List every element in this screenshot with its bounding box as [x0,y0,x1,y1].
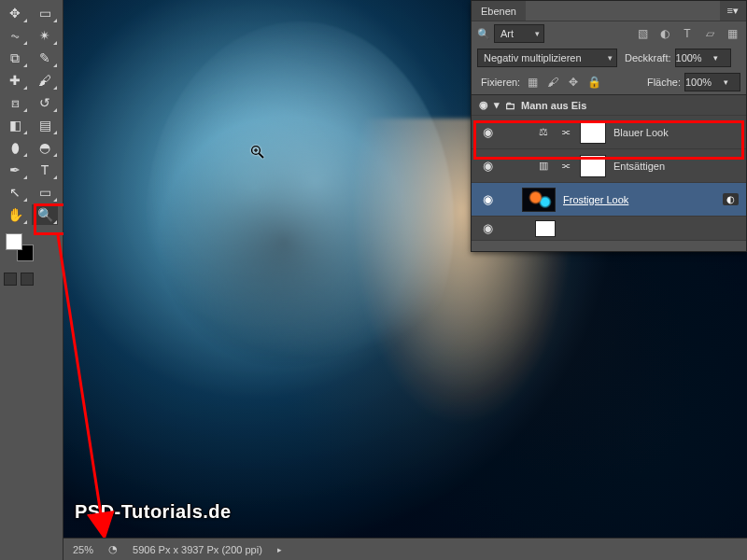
tool-zoom[interactable]: 🔍 [32,204,58,225]
color-swatches[interactable] [6,233,34,261]
layer-row-hidden[interactable]: ◉ [472,217,746,241]
layer-name[interactable]: Frostiger Look [563,194,715,205]
tool-wand[interactable]: ✴ [32,25,58,46]
opacity-label: Deckkraft: [625,52,671,63]
layer-row-blauer-look[interactable]: ◉ ⚖ ⫘ Blauer Look [472,116,746,149]
adjustment-color-balance-icon: ⚖ [535,124,552,141]
filter-type-icon[interactable]: 🔍 [477,28,490,40]
tool-lasso[interactable]: ⏦ [2,25,28,46]
layer-thumbnail[interactable] [522,188,556,212]
layer-mask-thumbnail[interactable] [535,220,556,237]
filter-type-layer-icon[interactable]: T [679,25,696,42]
visibility-toggle[interactable]: ◉ [479,99,488,111]
tool-stamp[interactable]: ⧈ [2,92,28,113]
tool-eraser[interactable]: ◧ [2,115,28,135]
tool-eyedrop[interactable]: ✎ [32,48,58,68]
layer-name[interactable]: Entsättigen [613,161,739,172]
folder-icon: 🗀 [505,100,515,111]
tool-pen[interactable]: ✒ [2,160,28,180]
fill-label: Fläche: [647,77,681,88]
visibility-toggle[interactable]: ◉ [479,221,496,235]
blend-mode-select[interactable]: Negativ multiplizieren ▾ [477,49,617,67]
tool-hand[interactable]: ✋ [2,204,28,225]
lock-transparency-icon[interactable]: ▦ [524,74,541,91]
zoom-cursor-icon [250,145,265,160]
layer-name[interactable]: Blauer Look [613,127,739,138]
panel-menu-icon[interactable]: ≡▾ [720,1,746,21]
tools-panel: ✥▭⏦✴⧉✎✚🖌⧈↺◧▤⬮◓✒T↖▭✋🔍 [0,0,63,560]
smart-filter-indicator-icon[interactable]: ◐ [723,193,739,205]
adjustment-hue-sat-icon: ▥ [535,158,552,175]
lock-label: Fixieren: [481,77,520,88]
group-name: Mann aus Eis [521,100,586,111]
layer-group-header[interactable]: ◉ ▾ 🗀 Mann aus Eis [472,95,746,116]
opacity-input[interactable]: 100% ▾ [675,49,731,67]
visibility-toggle[interactable]: ◉ [479,159,496,173]
foreground-color-swatch[interactable] [6,233,22,250]
zoom-level[interactable]: 25% [73,544,93,555]
tool-heal[interactable]: ✚ [2,70,28,91]
tool-history[interactable]: ↺ [32,92,58,113]
screenmode-toggle[interactable] [21,273,34,286]
tool-dodge[interactable]: ◓ [32,137,58,158]
watermark: PSD-Tutorials.de [75,501,232,523]
mask-link-icon[interactable]: ⫘ [559,127,572,137]
filter-type-select[interactable]: Art ▾ [494,24,544,43]
lock-pixels-icon[interactable]: 🖌 [544,74,561,91]
filter-shape-icon[interactable]: ▱ [701,25,718,42]
layer-mask-thumbnail[interactable] [580,121,606,144]
status-bar: 25% ◔ 5906 Px x 3937 Px (200 ppi) ▸ [63,538,747,560]
status-icon: ◔ [108,543,118,555]
filter-smart-icon[interactable]: ▦ [724,25,740,42]
quickmask-toggle[interactable] [4,273,17,286]
document-info: 5906 Px x 3937 Px (200 ppi) [133,544,262,555]
layer-mask-thumbnail[interactable] [580,155,606,177]
layer-row-entsattigen[interactable]: ◉ ▥ ⫘ Entsättigen [472,149,746,183]
filter-pixel-icon[interactable]: ▧ [634,25,651,42]
tool-marquee[interactable]: ▭ [32,3,58,23]
tool-move[interactable]: ✥ [2,3,28,23]
fill-input[interactable]: 100% ▾ [684,73,740,91]
tool-type[interactable]: T [32,160,58,180]
mask-link-icon[interactable]: ⫘ [559,161,572,171]
layer-list: ◉ ▾ 🗀 Mann aus Eis ◉ ⚖ ⫘ Blauer Look ◉ ▥… [472,94,746,241]
visibility-toggle[interactable]: ◉ [479,192,496,206]
tool-gradient[interactable]: ▤ [32,115,58,135]
visibility-toggle[interactable]: ◉ [479,125,496,139]
layers-panel: Ebenen ≡▾ 🔍 Art ▾ ▧ ◐ T ▱ ▦ Negativ mult… [471,0,747,252]
layer-row-frostiger-look[interactable]: ◉ Frostiger Look ◐ [472,183,746,217]
tool-path[interactable]: ↖ [2,182,28,203]
status-flyout-icon[interactable]: ▸ [277,545,282,554]
lock-all-icon[interactable]: 🔒 [585,74,602,91]
panel-tab-layers[interactable]: Ebenen [472,1,526,21]
svg-line-1 [259,153,263,158]
tool-blur[interactable]: ⬮ [2,137,28,158]
tool-shape[interactable]: ▭ [32,182,58,203]
tool-brush[interactable]: 🖌 [32,70,58,91]
disclosure-icon[interactable]: ▾ [494,99,500,111]
lock-position-icon[interactable]: ✥ [565,74,582,91]
tool-crop[interactable]: ⧉ [2,48,28,68]
filter-adjust-icon[interactable]: ◐ [656,25,673,42]
